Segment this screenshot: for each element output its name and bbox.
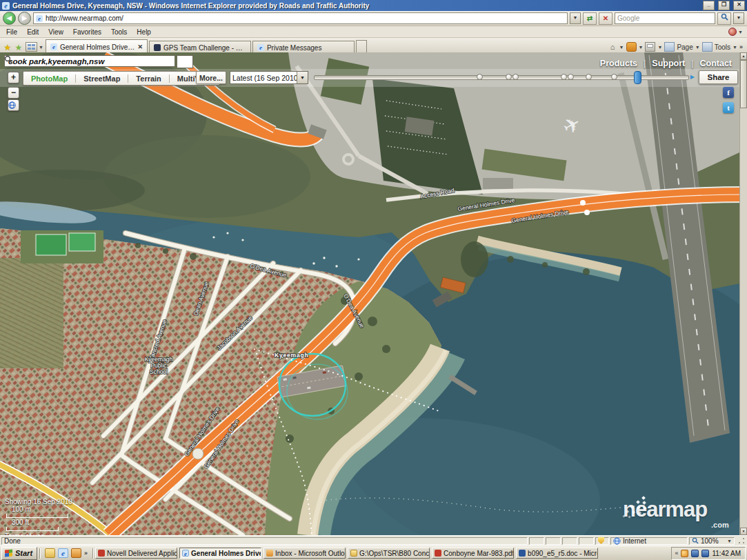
view-tab-terrain[interactable]: Terrain bbox=[128, 74, 168, 83]
timeline-marker[interactable] bbox=[586, 74, 592, 80]
map-viewport[interactable]: ✈ bbox=[0, 52, 747, 535]
menu-view[interactable]: View bbox=[43, 28, 68, 36]
map-search-button[interactable] bbox=[177, 55, 193, 68]
restore-button[interactable]: ❐ bbox=[718, 1, 730, 10]
aerial-map[interactable]: ✈ bbox=[0, 52, 747, 535]
nav-contact[interactable]: Contact bbox=[699, 59, 732, 68]
quick-tabs-icon[interactable] bbox=[26, 42, 37, 52]
tab-favicon: e bbox=[257, 44, 264, 51]
resize-grip[interactable] bbox=[737, 537, 746, 545]
quick-launch-overflow-icon[interactable]: » bbox=[84, 550, 88, 557]
taskbar-button-label: Novell Delivered Applica... bbox=[107, 550, 177, 557]
showing-date-label: Showing 16 Sep 2010 bbox=[5, 498, 72, 506]
print-icon[interactable] bbox=[645, 42, 655, 52]
addon-button[interactable]: ▼ bbox=[728, 28, 746, 36]
overflow-chevron-icon[interactable]: » bbox=[739, 43, 743, 50]
back-button[interactable]: ◀ bbox=[3, 12, 16, 25]
zoom-level-icon bbox=[692, 537, 699, 544]
view-tab-streetmap[interactable]: StreetMap bbox=[76, 74, 128, 83]
site-search: cook park,kyeemagh,nsw bbox=[4, 55, 193, 68]
timeline-track[interactable]: ▶ bbox=[314, 72, 695, 83]
new-tab-stub[interactable] bbox=[356, 40, 367, 54]
address-dropdown[interactable]: ▼ bbox=[570, 12, 581, 24]
page-scrollbar[interactable]: ▲ ▼ bbox=[739, 52, 747, 535]
view-tab-photomap[interactable]: PhotoMap bbox=[23, 74, 75, 83]
menu-bar: File Edit View Favorites Tools Help ▼ bbox=[0, 26, 747, 38]
scroll-up-icon[interactable]: ▲ bbox=[740, 52, 747, 60]
taskbar-button-icon bbox=[350, 550, 357, 557]
taskbar-button-label: Inbox - Microsoft Outlook bbox=[275, 550, 346, 557]
search-options-dropdown[interactable]: ▼ bbox=[733, 12, 744, 24]
timeline-marker[interactable] bbox=[477, 74, 483, 80]
timeline-marker[interactable] bbox=[561, 74, 567, 80]
timeline-forward-icon[interactable]: ▶ bbox=[690, 74, 695, 80]
tab-label: Private Messages bbox=[267, 44, 350, 52]
folder-icon[interactable] bbox=[45, 548, 55, 558]
scroll-down-icon[interactable]: ▼ bbox=[740, 528, 747, 535]
tray-app-icon[interactable] bbox=[681, 550, 688, 557]
scale-imperial-label: 300 ft bbox=[12, 519, 72, 526]
globe-button[interactable] bbox=[8, 99, 19, 111]
minimize-button[interactable]: _ bbox=[703, 1, 715, 10]
more-button[interactable]: More... bbox=[196, 71, 226, 84]
tab-list-dropdown[interactable]: ▼ bbox=[39, 45, 43, 50]
taskbar-button[interactable]: b090_e5_r5.doc - Micros... bbox=[516, 548, 598, 559]
menu-edit[interactable]: Edit bbox=[22, 28, 43, 36]
timeline-marker[interactable] bbox=[512, 74, 519, 80]
timeline-handle[interactable] bbox=[634, 71, 641, 84]
zoom-in-button[interactable]: + bbox=[8, 72, 19, 83]
refresh-button[interactable]: ⇄ bbox=[583, 12, 597, 25]
taskbar-button[interactable]: Novell Delivered Applica... bbox=[95, 548, 177, 559]
zoom-out-button[interactable]: − bbox=[8, 87, 19, 99]
timeline-marker[interactable] bbox=[611, 74, 617, 80]
stop-button[interactable]: ✕ bbox=[599, 12, 612, 25]
share-button[interactable]: Share bbox=[699, 70, 738, 84]
twitter-icon[interactable]: t bbox=[723, 102, 734, 113]
taskbar-button[interactable]: Conboyne Mar-983.pdf... bbox=[432, 548, 514, 559]
search-go-icon[interactable] bbox=[717, 12, 731, 25]
date-selector[interactable]: Latest (16 Sep 2010) ▼ bbox=[230, 71, 308, 84]
menu-file[interactable]: File bbox=[1, 28, 22, 36]
tools-menu[interactable]: Tools bbox=[715, 43, 730, 51]
tab-close-icon[interactable]: ✕ bbox=[137, 43, 143, 50]
map-search-input[interactable]: cook park,kyeemagh,nsw bbox=[4, 55, 175, 67]
taskbar-button[interactable]: eGeneral Holmes Drive... bbox=[179, 548, 261, 559]
taskbar-button[interactable]: G:\Ops\TSR\B80 Concret... bbox=[348, 548, 430, 559]
taskbar-button[interactable]: Inbox - Microsoft Outlook bbox=[263, 548, 346, 559]
taskbar-button-label: General Holmes Drive... bbox=[191, 550, 261, 557]
timeline-marker[interactable] bbox=[568, 74, 574, 80]
clock: 11:42 AM bbox=[712, 550, 741, 557]
zoom-level-value: 100% bbox=[701, 537, 719, 545]
start-button[interactable]: Start bbox=[1, 547, 37, 560]
shield-icon bbox=[598, 537, 604, 544]
tray-network-icon[interactable] bbox=[701, 550, 709, 557]
nav-support[interactable]: Support bbox=[652, 59, 685, 68]
home-icon[interactable]: ⌂ bbox=[608, 43, 617, 51]
address-input[interactable]: e http://www.nearmap.com/ bbox=[33, 12, 568, 24]
feeds-icon[interactable] bbox=[626, 42, 637, 52]
forward-button[interactable]: ▶ bbox=[18, 12, 31, 25]
internet-zone-icon bbox=[613, 537, 621, 545]
menu-tools[interactable]: Tools bbox=[106, 28, 132, 36]
nav-products[interactable]: Products bbox=[600, 59, 637, 68]
tray-network-icon[interactable] bbox=[691, 550, 699, 557]
tab-general-holmes[interactable]: e General Holmes Drive, Ky... ✕ bbox=[46, 39, 148, 54]
timeline-marker[interactable] bbox=[506, 74, 512, 80]
tray-collapse-icon[interactable]: « bbox=[675, 550, 678, 557]
app-launch-icon[interactable] bbox=[71, 548, 81, 558]
close-button[interactable]: ✕ bbox=[733, 1, 745, 10]
menu-help[interactable]: Help bbox=[132, 28, 156, 36]
tab-label: GPS Team Challenge - Home bbox=[163, 44, 246, 52]
ie-icon: e bbox=[2, 2, 10, 10]
google-search-input[interactable]: Google bbox=[615, 12, 715, 24]
zoom-pane[interactable]: 100% ▼ bbox=[689, 537, 735, 545]
scale-bar-metric bbox=[6, 514, 68, 518]
facebook-icon[interactable]: f bbox=[723, 87, 734, 98]
page-menu[interactable]: Page bbox=[677, 43, 693, 51]
scale-indicator: Showing 16 Sep 2010 100 m 300 ft Terms o… bbox=[5, 498, 72, 535]
window-title: General Holmes Drive, Kyeemagh, NSW - Wi… bbox=[12, 2, 699, 10]
scrollbar-thumb[interactable] bbox=[740, 60, 747, 108]
menu-favorites[interactable]: Favorites bbox=[68, 28, 106, 36]
dropdown-arrow-icon[interactable]: ▼ bbox=[297, 72, 308, 83]
ie-launch-icon[interactable]: e bbox=[58, 548, 68, 558]
